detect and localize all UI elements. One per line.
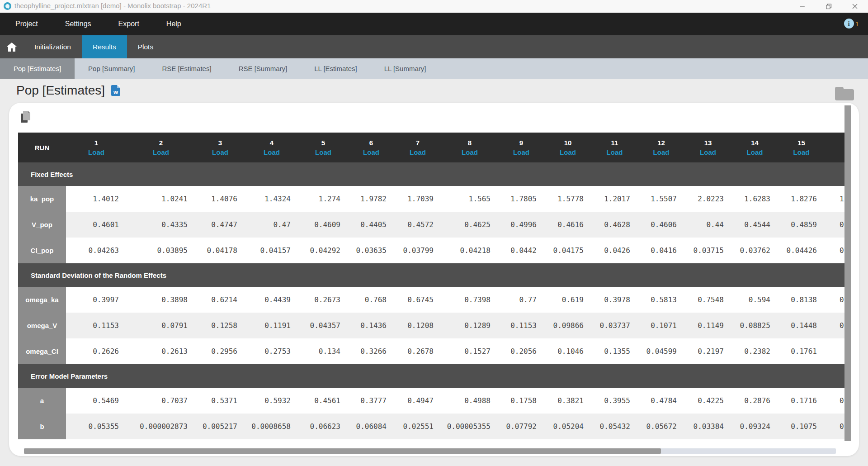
table-cell: 0.05355 <box>66 414 127 439</box>
load-run-12-link[interactable]: Load <box>638 148 684 156</box>
tab-initialization[interactable]: Initialization <box>24 35 82 58</box>
table-cell: 0.1761 <box>778 338 825 364</box>
subtab-pop-estimates[interactable]: Pop [Estimates] <box>0 58 75 79</box>
table-cell: 0.134 <box>298 338 348 364</box>
table-cell: 0.1448 <box>778 313 825 338</box>
section-title: Error Model Parameters <box>18 364 844 388</box>
table-cell: 1.274 <box>298 186 348 212</box>
table-cell: 0.09324 <box>731 414 778 439</box>
table-cell: 0.3898 <box>127 287 195 313</box>
load-run-2-link[interactable]: Load <box>127 148 195 156</box>
table-cell-clipped: 0. <box>825 238 844 263</box>
tab-home[interactable] <box>0 35 24 58</box>
run-column-9: 9Load <box>498 133 544 162</box>
load-run-4-link[interactable]: Load <box>245 148 298 156</box>
window-titlebar: theophylline_project.mlxtran [demo] - Mo… <box>0 0 868 13</box>
row-label-omega-ka: omega_ka <box>18 287 66 313</box>
subtab-pop-summary[interactable]: Pop [Summary] <box>75 58 148 79</box>
table-cell: 0.04292 <box>298 238 348 263</box>
table-cell: 0.05432 <box>591 414 638 439</box>
table-cell: 0.4784 <box>638 388 684 414</box>
column-header-number: 11 <box>591 139 638 147</box>
estimates-table-wrap: RUN1Load2Load3Load4Load5Load6Load7Load8L… <box>18 133 844 439</box>
row-label-omega-cl: omega_Cl <box>18 338 66 364</box>
table-cell: 0.04218 <box>441 238 498 263</box>
table-cell: 0.2673 <box>298 287 348 313</box>
table-cell: 0.594 <box>731 287 778 313</box>
results-sub-tab-bar: Pop [Estimates]Pop [Summary]RSE [Estimat… <box>0 58 868 79</box>
table-row-omega-ka: omega_ka0.39970.38980.62140.44390.26730.… <box>18 287 844 313</box>
table-cell: 0.0426 <box>591 238 638 263</box>
table-cell: 0.4572 <box>394 212 441 238</box>
table-cell: 0.7037 <box>127 388 195 414</box>
run-column-7: 7Load <box>394 133 441 162</box>
subtab-ll-summary[interactable]: LL [Summary] <box>371 58 440 79</box>
subtab-rse-summary[interactable]: RSE [Summary] <box>225 58 301 79</box>
vertical-scrollbar[interactable] <box>844 105 851 441</box>
menu-project[interactable]: Project <box>2 13 52 35</box>
menu-settings[interactable]: Settings <box>52 13 105 35</box>
table-cell: 1.5507 <box>638 186 684 212</box>
load-run-11-link[interactable]: Load <box>591 148 638 156</box>
load-run-10-link[interactable]: Load <box>544 148 591 156</box>
notification-count: 1 <box>855 20 859 28</box>
maximize-button[interactable] <box>821 0 836 13</box>
table-cell: 0.2056 <box>498 338 544 364</box>
load-run-7-link[interactable]: Load <box>394 148 441 156</box>
load-run-8-link[interactable]: Load <box>441 148 498 156</box>
horizontal-scrollbar-thumb[interactable] <box>24 448 661 454</box>
monolix-app-icon <box>4 2 11 10</box>
open-folder-icon[interactable] <box>835 87 854 100</box>
table-cell: 0.2678 <box>394 338 441 364</box>
notifications-badge[interactable]: i 1 <box>844 19 859 29</box>
table-cell: 0.0416 <box>638 238 684 263</box>
table-cell-clipped: 0 <box>825 287 844 313</box>
tab-plots[interactable]: Plots <box>127 35 164 58</box>
table-cell: 0.7398 <box>441 287 498 313</box>
table-cell: 0.4609 <box>298 212 348 238</box>
load-run-6-link[interactable]: Load <box>348 148 394 156</box>
table-cell: 0.1716 <box>778 388 825 414</box>
run-column-3: 3Load <box>195 133 245 162</box>
table-row-v-pop: V_pop0.46010.43350.47470.470.46090.44050… <box>18 212 844 238</box>
load-run-9-link[interactable]: Load <box>498 148 544 156</box>
menu-export[interactable]: Export <box>105 13 153 35</box>
table-cell: 0.000002873 <box>127 414 195 439</box>
table-cell: 0.00005355 <box>441 414 498 439</box>
copy-table-icon[interactable] <box>21 111 32 124</box>
load-run-13-link[interactable]: Load <box>684 148 731 156</box>
load-run-1-link[interactable]: Load <box>66 148 127 156</box>
page-title-row: Pop [Estimates] w <box>16 83 120 98</box>
run-column-1: 1Load <box>66 133 127 162</box>
menu-help[interactable]: Help <box>153 13 195 35</box>
horizontal-scrollbar[interactable] <box>24 448 836 454</box>
table-cell: 1.4012 <box>66 186 127 212</box>
table-cell: 1.8276 <box>778 186 825 212</box>
table-cell: 0.2626 <box>66 338 127 364</box>
column-header-number: 10 <box>544 139 591 147</box>
table-cell: 0.4561 <box>298 388 348 414</box>
subtab-rse-estimates[interactable]: RSE [Estimates] <box>148 58 225 79</box>
table-cell: 0.06084 <box>348 414 394 439</box>
load-run-15-link[interactable]: Load <box>778 148 825 156</box>
minimize-button[interactable] <box>795 0 810 13</box>
section-title: Standard Deviation of the Random Effects <box>18 263 844 287</box>
column-header-number: 3 <box>195 139 245 147</box>
export-word-icon[interactable]: w <box>111 85 120 96</box>
run-column-6: 6Load <box>348 133 394 162</box>
column-header-number: 7 <box>394 139 441 147</box>
tab-results[interactable]: Results <box>82 35 127 58</box>
table-cell: 0.5469 <box>66 388 127 414</box>
load-run-5-link[interactable]: Load <box>298 148 348 156</box>
table-cell: 0.3955 <box>591 388 638 414</box>
table-cell: 0.3777 <box>348 388 394 414</box>
load-run-14-link[interactable]: Load <box>731 148 778 156</box>
table-cell-clipped <box>825 338 844 364</box>
table-cell: 0.4947 <box>394 388 441 414</box>
table-cell: 0.05204 <box>544 414 591 439</box>
load-run-3-link[interactable]: Load <box>195 148 245 156</box>
close-button[interactable] <box>847 0 863 13</box>
subtab-ll-estimates[interactable]: LL [Estimates] <box>301 58 370 79</box>
page-title: Pop [Estimates] <box>16 83 105 98</box>
table-cell: 0.5371 <box>195 388 245 414</box>
